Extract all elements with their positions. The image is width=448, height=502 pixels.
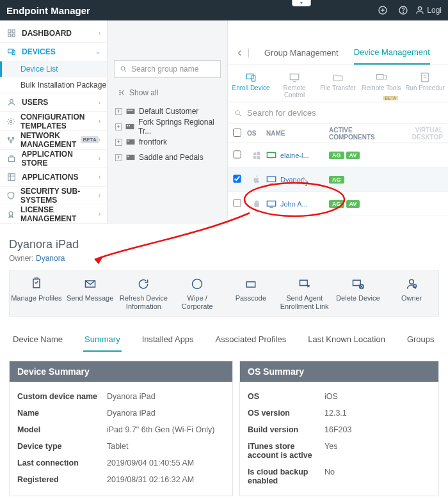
svg-point-12 [8,137,9,138]
svg-rect-27 [127,141,129,142]
dtab-summary[interactable]: Summary [83,331,122,352]
network-icon [6,135,15,145]
action-passcode[interactable]: Passcode [224,276,278,311]
tab-group-mgmt[interactable]: Group Management [264,41,339,65]
col-active[interactable]: ACTIVE COMPONENTS [329,127,393,141]
expand-icon[interactable]: + [115,123,122,130]
pointer-cursor-icon [301,176,310,188]
svg-rect-6 [8,34,11,36]
action-file-transfer[interactable]: File Transfer [316,68,360,102]
tree-item[interactable]: +Fork Springs Regional Tr... [114,119,221,134]
svg-rect-25 [129,125,130,127]
device-name-link[interactable]: Dyanor... [266,176,329,184]
sidebar-item-security[interactable]: SECURITY SUB-SYSTEMS› [0,187,107,205]
sidebar-item-license[interactable]: LICENSE MANAGEMENT› [0,205,107,224]
table-row[interactable]: Dyanor... AG [228,168,448,192]
action-wipe-corporate[interactable]: Wipe / Corporate [170,276,224,311]
svg-rect-5 [12,30,15,33]
action-delete-device[interactable]: Delete Device [332,276,385,311]
action-run-procedure[interactable]: Run Procedur [403,68,447,102]
table-row[interactable]: elaine-l... AGAV [228,143,448,168]
sidebar-item-applications[interactable]: APPLICATIONS› [0,168,107,187]
action-send-enroll-link[interactable]: Send Agent Enrollment Link [278,276,332,311]
dtab-last-location[interactable]: Last Known Location [307,331,387,352]
sidebar-item-users[interactable]: USERS› [0,93,107,112]
main-sidebar: DASHBOARD› DEVICES⌄ Device List Bulk Ins… [0,20,108,224]
svg-point-17 [9,212,13,216]
svg-rect-4 [8,30,11,33]
action-send-message[interactable]: Send Message [63,276,117,311]
svg-rect-38 [267,201,275,206]
tab-device-mgmt[interactable]: Device Management [354,41,430,65]
expand-icon[interactable]: + [115,108,122,115]
device-name-link[interactable]: elaine-l... [266,152,329,159]
status-badge: AV [346,200,360,208]
expand-icon[interactable]: + [115,154,122,161]
svg-point-2 [403,12,404,13]
svg-rect-30 [246,74,253,79]
svg-point-14 [10,141,12,143]
gear-icon [6,116,15,127]
apple-icon [247,175,266,184]
action-enroll-device[interactable]: Enroll Device [229,68,273,102]
svg-point-42 [193,279,202,289]
action-refresh-device[interactable]: Refresh Device Information [117,276,171,311]
device-search-input[interactable]: Search for devices [228,102,448,124]
tree-item[interactable]: +frontfork [114,134,221,150]
row-checkbox[interactable] [233,150,241,158]
svg-rect-28 [127,155,135,160]
org-icon [126,107,135,115]
select-all-checkbox[interactable] [233,129,241,137]
sidebar-sub-bulk-install[interactable]: Bulk Installation Package [0,77,107,93]
dtab-groups[interactable]: Groups [406,331,436,352]
action-owner[interactable]: Owner [385,276,438,311]
group-tree: +Default Customer +Fork Springs Regional… [114,104,221,165]
top-notch-chevron-icon[interactable]: ▾ [292,0,311,6]
col-name[interactable]: NAME [266,130,329,137]
dtab-installed-apps[interactable]: Installed Apps [141,331,195,352]
action-remote-tools[interactable]: Remote ToolsBETA [360,68,403,102]
device-detail-panel: Dyanora iPad Owner: Dyanora Manage Profi… [0,224,448,499]
apps-icon [6,172,17,182]
svg-rect-20 [127,110,129,111]
sidebar-item-dashboard[interactable]: DASHBOARD› [0,24,107,43]
sidebar-sub-device-list[interactable]: Device List [0,61,107,77]
show-all-link[interactable]: Show all [114,84,221,101]
group-search-input[interactable]: Search group name [114,60,221,78]
back-icon[interactable] [236,49,249,58]
action-remote-control[interactable]: Remote Control [273,68,316,102]
group-tree-panel: Search group name Show all +Default Cust… [108,20,228,224]
svg-rect-26 [127,139,135,145]
dtab-device-name[interactable]: Device Name [12,331,64,352]
tree-item[interactable]: +Saddle and Pedals [114,150,221,165]
svg-point-18 [121,67,125,70]
sidebar-item-app-store[interactable]: APPLICATION STORE› [0,150,107,168]
dtab-assoc-profiles[interactable]: Associated Profiles [214,331,288,352]
device-summary-card: Device Summary Custom device nameDyanora… [9,361,233,496]
store-icon [6,153,16,164]
device-name-link[interactable]: John A... [266,200,329,208]
svg-rect-23 [126,124,134,129]
svg-point-47 [410,279,414,284]
expand-icon[interactable]: + [115,139,122,146]
status-badge: AG [329,152,344,159]
svg-point-35 [236,111,239,114]
row-checkbox[interactable] [233,175,241,182]
row-checkbox[interactable] [233,199,241,207]
add-icon[interactable] [374,3,392,18]
org-icon [126,138,135,146]
sidebar-item-network-mgmt[interactable]: NETWORK MANAGEMENTBETA› [0,131,107,150]
sidebar-item-config-templates[interactable]: CONFIGURATION TEMPLATES› [0,112,107,130]
group-search-placeholder: Search group name [131,65,198,74]
help-icon[interactable] [394,3,412,18]
col-virtual[interactable]: VIRTUAL DESKTOP [393,127,443,141]
dashboard-icon [6,28,17,38]
sidebar-item-devices[interactable]: DEVICES⌄ [0,43,107,61]
owner-link[interactable]: Dyanora [36,254,65,263]
table-row[interactable]: John A... AGAV [228,192,448,216]
user-login[interactable]: Logi [415,3,442,18]
action-manage-profiles[interactable]: Manage Profiles [10,276,63,311]
owner-line: Owner: Dyanora [9,254,439,263]
tree-item[interactable]: +Default Customer [114,104,221,119]
col-os[interactable]: OS [247,130,266,137]
